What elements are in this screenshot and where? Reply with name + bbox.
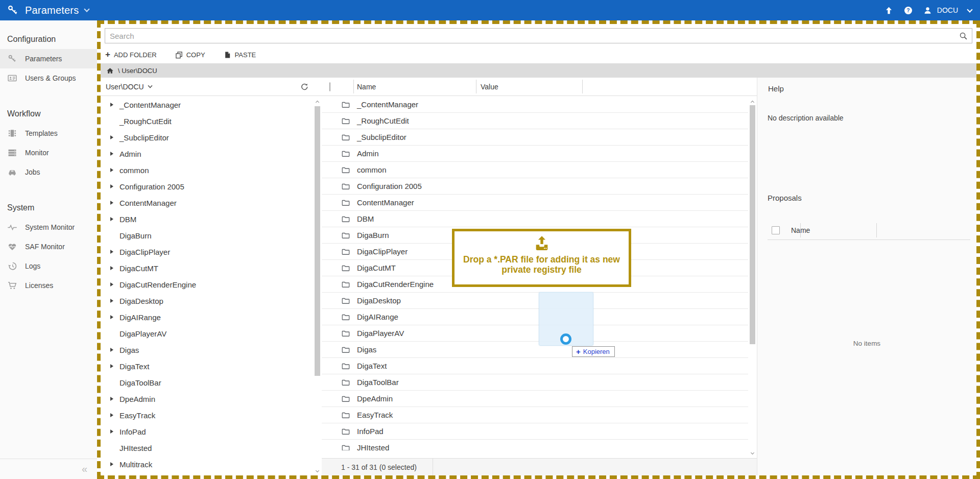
tree-item-subclipeditor[interactable]: _SubclipEditor [101, 129, 313, 146]
tree-item-digaclipplayer[interactable]: DigaClipPlayer [101, 244, 313, 260]
grid-scrollbar[interactable] [748, 97, 757, 458]
expand-arrow-icon[interactable] [110, 282, 113, 286]
expand-arrow-icon[interactable] [110, 266, 113, 270]
search-input[interactable] [105, 28, 972, 43]
expand-arrow-icon[interactable] [110, 397, 113, 401]
column-header-value[interactable]: Value [476, 83, 582, 91]
table-row-easytrack[interactable]: EasyTrack [322, 407, 748, 423]
tree-item-contentmanager[interactable]: _ContentManager [101, 97, 313, 113]
table-row-roughcutedit[interactable]: _RoughCutEdit [322, 113, 748, 129]
expand-arrow-icon[interactable] [110, 299, 113, 303]
sidebar-item-logs[interactable]: Logs [0, 256, 97, 276]
search-icon[interactable] [959, 32, 968, 40]
tree-item-jhitested[interactable]: JHItested [101, 440, 313, 456]
sidebar-item-system-monitor[interactable]: System Monitor [0, 218, 97, 237]
table-row-digatoolbar[interactable]: DigaToolBar [322, 374, 748, 391]
tree-item-digas[interactable]: Digas [101, 342, 313, 358]
select-all-checkbox[interactable] [329, 82, 330, 91]
sidebar-item-jobs[interactable]: Jobs [0, 162, 97, 182]
table-row-contentmanager[interactable]: ContentManager [322, 195, 748, 211]
tree-item-infopad[interactable]: InfoPad [101, 423, 313, 440]
copy-button[interactable]: COPY [175, 51, 205, 59]
table-row-digatext[interactable]: DigaText [322, 358, 748, 374]
tree-item-digacutrenderengine[interactable]: DigaCutRenderEngine [101, 276, 313, 293]
sidebar-item-templates[interactable]: Templates [0, 124, 97, 143]
expand-arrow-icon[interactable] [110, 315, 113, 319]
table-row-infopad[interactable]: InfoPad [322, 423, 748, 440]
sidebar-item-saf-monitor[interactable]: SAF Monitor [0, 237, 97, 256]
scroll-up-icon[interactable] [748, 98, 757, 105]
refresh-icon[interactable] [300, 83, 308, 91]
user-chevron-down-icon[interactable] [967, 7, 972, 12]
tree-item-dbm[interactable]: DBM [101, 211, 313, 227]
table-row-configuration-2005[interactable]: Configuration 2005 [322, 178, 748, 195]
home-icon[interactable] [106, 67, 114, 75]
table-row-dbm[interactable]: DBM [322, 211, 748, 227]
expand-arrow-icon[interactable] [110, 103, 113, 107]
help-icon[interactable]: ? [903, 6, 913, 15]
tree-item-digairange[interactable]: DigAIRange [101, 309, 313, 325]
title-chevron-down-icon[interactable] [84, 6, 90, 12]
table-row-jhitested[interactable]: JHItested [322, 440, 748, 450]
sidebar-item-parameters[interactable]: Parameters [0, 49, 97, 68]
tree-item-multitrack[interactable]: Multitrack [101, 456, 313, 472]
tree-item-configuration-2005[interactable]: Configuration 2005 [101, 178, 313, 195]
tree-item-dpeadmin[interactable]: DpeAdmin [101, 391, 313, 407]
sidebar-item-monitor[interactable]: Monitor [0, 143, 97, 162]
proposals-column-name[interactable]: Name [780, 226, 810, 234]
table-row-contentmanager[interactable]: _ContentManager [322, 97, 748, 113]
table-row-digas[interactable]: Digas [322, 342, 748, 358]
expand-arrow-icon[interactable] [110, 135, 113, 139]
expand-arrow-icon[interactable] [110, 201, 113, 205]
grid-scrollbar-thumb[interactable] [750, 105, 755, 344]
tree-item-easytrack[interactable]: EasyTrack [101, 407, 313, 423]
expand-arrow-icon[interactable] [110, 429, 113, 434]
expand-arrow-icon[interactable] [110, 413, 113, 417]
expand-arrow-icon[interactable] [110, 364, 113, 368]
tree-item-digacutmt[interactable]: DigaCutMT [101, 260, 313, 276]
sidebar-item-label: Parameters [25, 55, 62, 63]
upload-icon[interactable] [884, 6, 894, 15]
add-folder-button[interactable]: + ADD FOLDER [105, 51, 157, 59]
sidebar-collapse-button[interactable]: « [0, 459, 97, 479]
scroll-down-icon[interactable] [313, 467, 322, 474]
tree-item-digatoolbar[interactable]: DigaToolBar [101, 374, 313, 391]
tree-item-admin[interactable]: Admin [101, 146, 313, 162]
scroll-up-icon[interactable] [313, 98, 322, 105]
expand-arrow-icon[interactable] [110, 152, 113, 156]
table-row-subclipeditor[interactable]: _SubclipEditor [322, 129, 748, 146]
paste-button[interactable]: PASTE [224, 51, 256, 59]
tree-item-digaburn[interactable]: DigaBurn [101, 227, 313, 244]
tree-scrollbar[interactable] [313, 97, 322, 475]
folder-icon [322, 247, 353, 256]
table-row-digaplayerav[interactable]: DigaPlayerAV [322, 325, 748, 342]
sidebar-item-licenses[interactable]: Licenses [0, 276, 97, 295]
expand-arrow-icon[interactable] [110, 217, 113, 221]
expand-arrow-icon[interactable] [110, 184, 113, 188]
column-header-name[interactable]: Name [353, 83, 476, 91]
tree-item-digaplayerav[interactable]: DigaPlayerAV [101, 325, 313, 342]
scroll-down-icon[interactable] [748, 449, 757, 457]
sidebar-item-users-groups[interactable]: Users & Groups [0, 68, 97, 88]
table-cell-name: _SubclipEditor [353, 133, 407, 141]
expand-arrow-icon[interactable] [110, 462, 113, 466]
tree-item-digatext[interactable]: DigaText [101, 358, 313, 374]
expand-arrow-icon[interactable] [110, 250, 113, 254]
sidebar-section-title-workflow: Workflow [0, 109, 97, 124]
table-row-digairange[interactable]: DigAIRange [322, 309, 748, 325]
user-name[interactable]: DOCU [937, 6, 958, 14]
table-row-common[interactable]: common [322, 162, 748, 178]
expand-arrow-icon[interactable] [110, 168, 113, 172]
tree-root-selector[interactable]: User\DOCU [101, 78, 322, 96]
tree-item-roughcutedit[interactable]: _RoughCutEdit [101, 113, 313, 129]
proposals-select-all-checkbox[interactable] [772, 226, 780, 234]
tree-item-contentmanager[interactable]: ContentManager [101, 195, 313, 211]
tree-scrollbar-thumb[interactable] [315, 106, 320, 376]
table-row-dpeadmin[interactable]: DpeAdmin [322, 391, 748, 407]
table-row-admin[interactable]: Admin [322, 146, 748, 162]
tree-item-common[interactable]: common [101, 162, 313, 178]
expand-arrow-icon[interactable] [110, 348, 113, 352]
table-row-digadesktop[interactable]: DigaDesktop [322, 293, 748, 309]
breadcrumb[interactable]: \ User\DOCU [101, 63, 976, 78]
tree-item-digadesktop[interactable]: DigaDesktop [101, 293, 313, 309]
